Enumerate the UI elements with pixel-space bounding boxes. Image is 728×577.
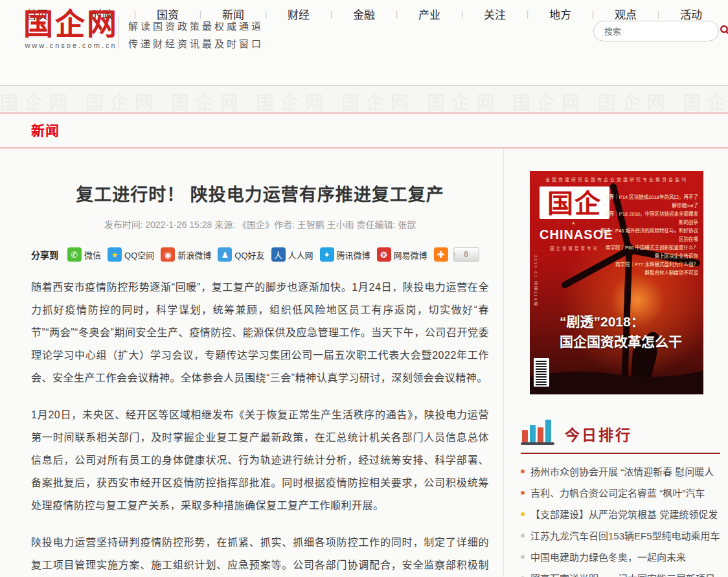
- cover-masthead-strip: 全国党建研究会国有企业党建研究专业委员会会刊: [530, 176, 703, 183]
- nav-separator: |: [657, 10, 659, 19]
- bullet-icon: [521, 555, 525, 559]
- share-netease-weibo-label: 网易微博: [394, 249, 427, 261]
- article-meta: 发布时间: 2022-1-26 15:28 来源: 《国企》作者: 王智鹏 王小…: [31, 218, 489, 231]
- logo-divider: [119, 16, 119, 49]
- share-qzone-label: QQ空间: [124, 249, 154, 261]
- cover-logo-subtitle: 国企资管智库专刊: [540, 245, 609, 251]
- search-button[interactable]: [720, 25, 728, 38]
- ranking-header: 今日排行: [521, 419, 720, 454]
- ranking-item-text: 扬州市众创协会开展 “浓情迎新春 慰问暖人: [530, 464, 714, 478]
- bullet-icon: [521, 491, 525, 495]
- nav-item-focus[interactable]: 关注: [484, 6, 506, 22]
- plus-icon: ✚: [437, 249, 445, 260]
- cover-spine-text: 2018·01 总第118期: [533, 255, 539, 306]
- nav-separator: |: [461, 10, 463, 19]
- section-header: 新闻: [0, 113, 728, 148]
- nav-separator: |: [330, 10, 332, 19]
- cover-logo-cn: 国企: [540, 189, 609, 218]
- cover-toc-line: 解读｜P46 城外经济的风险特征与，利好协议区别在哪: [600, 227, 698, 243]
- share-sina-weibo[interactable]: ◉ 新浪微博: [161, 247, 211, 262]
- share-qq-friends[interactable]: ♟ QQ好友: [218, 247, 264, 262]
- article-paragraph-1: 随着西安市疫情防控形势逐渐“回暖”，复工复产的脚步也逐渐加快。1月24日，陕投电…: [31, 276, 489, 389]
- search-box: [593, 21, 719, 41]
- ranking-item-text: 中国电建助力绿色冬奥，一起向未来: [530, 550, 686, 563]
- cover-logo-en: CHINASOE: [540, 227, 609, 242]
- barcode: [534, 358, 549, 387]
- share-tencent-weibo[interactable]: ✦ 腾讯微博: [320, 247, 370, 262]
- cover-headline-line2: 国企国资改革怎么干: [560, 332, 682, 352]
- site-header: 国企网 www.cnsoe.com.cn 解读国资政策最权威通道 传递财经资讯最…: [0, 0, 728, 86]
- search-icon: [720, 25, 728, 38]
- cover-stars: · · ★ · ·: [540, 221, 609, 226]
- article-paragraph-2: 1月20日，未央区、经开区等区域相继发布《关于恢复正常生产生活秩序的通告》，陕投…: [31, 403, 489, 517]
- cover-toc-line: 商学院｜P77 永辉模式盈利为什么强？: [600, 260, 698, 269]
- watermark-band: 国企网 国企网 国企网 国企网 国企网 国企网 国企网 国企网 国企网 国企网 …: [0, 86, 728, 113]
- ranking-bars-icon: [521, 419, 554, 445]
- qq-friends-icon: ♟: [218, 247, 232, 262]
- ranking-list: 扬州市众创协会开展 “浓情迎新春 慰问暖人 吉利、力帆合资公司定名睿蓝 “枫叶”…: [521, 460, 720, 577]
- ranking-item-text: 吉利、力帆合资公司定名睿蓝 “枫叶”汽车: [530, 486, 705, 499]
- site-logo-domain: www.cnsoe.com.cn: [23, 41, 119, 49]
- ranking-item[interactable]: 【支部建设】从严治党筑根基 党建统领促发: [521, 503, 720, 525]
- cover-logo: 国企 · · ★ · · CHINASOE 国企资管智库专刊: [540, 187, 609, 251]
- tencent-weibo-icon: ✦: [320, 247, 334, 262]
- ranking-item[interactable]: 江苏九龙汽车召回153辆EF5型纯电动乘用车: [521, 525, 720, 546]
- wechat-icon: ✆: [67, 247, 82, 262]
- page: 国企网 www.cnsoe.com.cn 解读国资政策最权威通道 传递财经资讯最…: [0, 0, 728, 577]
- share-renren[interactable]: 人 人人网: [271, 247, 313, 262]
- sidebar: 全国党建研究会国有企业党建研究专业委员会会刊 国企 · · ★ · · CHIN…: [503, 148, 728, 576]
- nav-item-industry[interactable]: 产业: [418, 6, 440, 22]
- share-more-button[interactable]: ✚: [434, 247, 448, 262]
- bullet-icon: [521, 470, 525, 473]
- cover-toc-line: 乘上区块企业告诉你: [600, 252, 698, 260]
- share-to-label: 分享到: [31, 248, 58, 261]
- article-title: 复工进行时！ 陕投电力运营有序推进复工复产: [31, 181, 489, 206]
- cover-headline-line1: “剧透”2018：: [560, 311, 682, 332]
- share-netease-weibo[interactable]: ❂ 网易微博: [377, 247, 427, 262]
- share-tencent-weibo-label: 腾讯微博: [337, 249, 370, 261]
- nav-item-events[interactable]: 活动: [680, 6, 702, 22]
- cover-toc-line: 商学院｜P66 中国模式主创新能量是什么？: [600, 243, 698, 252]
- nav-separator: |: [265, 10, 267, 19]
- ranking-item[interactable]: 吉利、力帆合资公司定名睿蓝 “枫叶”汽车: [521, 482, 720, 503]
- share-wechat-label: 微信: [84, 249, 101, 261]
- cover-toc: 视界｜P14 区块链成2018年的风口，再不了解你就out了 视界｜P18 20…: [600, 193, 698, 277]
- nav-item-local[interactable]: 地方: [549, 6, 571, 22]
- ranking-item-text: 照亮万家送光明——记大同宏能三届新项目: [530, 571, 715, 577]
- section-title[interactable]: 新闻: [31, 123, 60, 138]
- magazine-cover[interactable]: 全国党建研究会国有企业党建研究专业委员会会刊 国企 · · ★ · · CHIN…: [530, 171, 703, 394]
- nav-item-finance[interactable]: 财经: [288, 6, 310, 22]
- bullet-icon: [521, 534, 525, 537]
- cover-logo-box: 国企: [540, 187, 609, 219]
- ranking-item[interactable]: 照亮万家送光明——记大同宏能三届新项目: [521, 567, 720, 577]
- nav-separator: |: [592, 10, 594, 19]
- cover-toc-line: 视界｜P18 2018，中国区块链迎来全面爆发新的战争: [600, 210, 698, 227]
- site-logo[interactable]: 国企网 www.cnsoe.com.cn: [23, 8, 119, 49]
- ranking-item[interactable]: 扬州市众创协会开展 “浓情迎新春 慰问暖人: [521, 460, 720, 482]
- share-bar: 分享到 ✆ 微信 ★ QQ空间 ◉ 新浪微博 ♟ QQ好友: [31, 247, 489, 262]
- cover-toc-line: 群股合伙人制度功不可没: [600, 269, 698, 277]
- share-renren-label: 人人网: [288, 249, 313, 261]
- cover-headline: “剧透”2018： 国企国资改革怎么干: [560, 311, 682, 352]
- ranking-item-text: 江苏九龙汽车召回153辆EF5型纯电动乘用车: [530, 528, 720, 542]
- renren-icon: 人: [271, 247, 286, 262]
- watermark-text: 国企网 国企网 国企网 国企网 国企网 国企网 国企网 国企网 国企网 国企网 …: [0, 89, 728, 113]
- share-qzone[interactable]: ★ QQ空间: [108, 247, 154, 262]
- share-wechat[interactable]: ✆ 微信: [67, 247, 101, 262]
- cover-toc-line: 视界｜P14 区块链成2018年的风口，再不了解你就out了: [600, 193, 698, 210]
- site-tagline-line1: 解读国资政策最权威通道: [128, 17, 264, 35]
- site-tagline: 解读国资政策最权威通道 传递财经资讯最及时窗口: [128, 17, 264, 52]
- main-content: 复工进行时！ 陕投电力运营有序推进复工复产 发布时间: 2022-1-26 15…: [0, 148, 728, 576]
- ranking-title: 今日排行: [565, 423, 632, 445]
- netease-weibo-icon: ❂: [377, 247, 391, 262]
- nav-item-banking[interactable]: 金融: [353, 6, 375, 22]
- search-input[interactable]: [603, 26, 720, 37]
- qzone-icon: ★: [108, 247, 122, 262]
- nav-item-opinion[interactable]: 观点: [615, 6, 637, 22]
- article: 复工进行时！ 陕投电力运营有序推进复工复产 发布时间: 2022-1-26 15…: [0, 148, 489, 576]
- nav-separator: |: [396, 10, 398, 19]
- share-qq-friends-label: QQ好友: [234, 249, 264, 261]
- share-count-badge: 0: [453, 247, 479, 262]
- ranking-item-text: 【支部建设】从严治党筑根基 党建统领促发: [530, 507, 718, 521]
- ranking-item[interactable]: 中国电建助力绿色冬奥，一起向未来: [521, 546, 720, 567]
